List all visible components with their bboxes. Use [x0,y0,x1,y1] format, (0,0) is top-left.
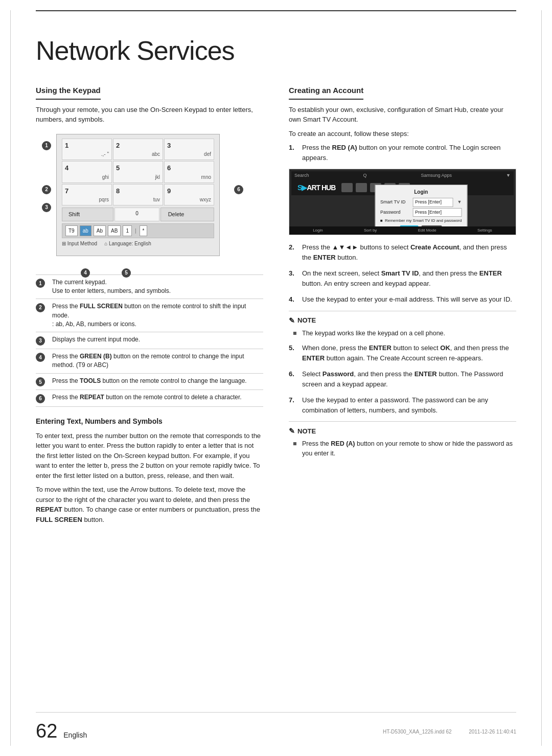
entering-heading: Entering Text, Numbers and Symbols [36,416,263,427]
step-1-text: Press the RED (A) button on your remote … [302,143,516,163]
note-1-heading: ✎ NOTE [289,315,516,326]
keypad-grid: 1 .,- " 2 abc 3 def 4 gh [62,139,214,206]
desc-callout-5: 5 [36,377,45,386]
step-3: 3. On the next screen, select Smart TV I… [289,268,516,288]
smarthub-top-bar: Search Q Samsung Apps ▼ [291,171,514,180]
page-title: Network Services [36,31,516,71]
desc-row-2: 2 Press the FULL SCREEN button on the re… [36,299,263,332]
key-8: 8 tuv [113,184,163,206]
footer-file: HT-D5300_XAA_1226.indd 62 [383,729,452,735]
left-border [10,10,11,746]
callout-5: 5 [122,268,131,278]
callout-1: 1 [42,141,51,150]
key-7: 7 pqrs [62,184,112,206]
mode-row: T9 ab Ab AB 1 | * [62,223,214,238]
desc-callout-3: 3 [36,336,45,346]
smarthub-bottom-bar: Login Sort by Edit Mode Settings [289,226,516,235]
step-4: 4. Use the keypad to enter your e-mail a… [289,294,516,305]
shift-delete-row: Shift 0 Delete [62,208,214,221]
desc-text-6: Press the REPEAT button on the remote co… [52,393,242,402]
step-7-num: 7. [289,395,298,405]
top-border [36,10,516,11]
mode-t9: T9 [65,225,78,236]
page-language: English [63,730,87,741]
login-title: Login [380,188,462,196]
mode-star: * [140,225,148,236]
smart-tv-id-row: Smart TV ID Press [Enter] ▼ [380,198,462,207]
right-column: Creating an Account To establish your ow… [289,85,516,529]
step-5-text: When done, press the ENTER button to sel… [302,343,516,363]
step-6-text: Select Password, and then press the ENTE… [302,369,516,389]
desc-callout-1: 1 [36,279,45,288]
desc-text-5: Press the TOOLS button on the remote con… [52,377,247,385]
entering-para-2: To move within the text, use the Arrow b… [36,485,263,524]
creating-intro-2: To create an account, follow these steps… [289,129,516,139]
step-2: 2. Press the ▲▼◄► buttons to select Crea… [289,242,516,262]
smarthub-screenshot: Search Q Samsung Apps ▼ S▶ART HUB Conten… [289,169,516,235]
page: Network Services Using the Keypad Throug… [0,0,552,756]
key-4: 4 ghi [62,161,112,183]
creating-account-heading: Creating an Account [289,85,363,100]
key-9: 9 wxyz [164,184,214,206]
sh-icon-1 [341,183,353,192]
step-6: 6. Select Password, and then press the E… [289,369,516,389]
desc-text-1: The current keypad.Use to enter letters,… [52,278,171,296]
right-border [541,10,542,746]
note-box-2: ✎ NOTE ■ Press the RED (A) button on you… [289,421,516,459]
step-2-text: Press the ▲▼◄► buttons to select Create … [302,242,516,262]
step-2-num: 2. [289,242,298,253]
note-box-1: ✎ NOTE ■ The keypad works like the keypa… [289,311,516,338]
desc-text-3: Displays the current input mode. [52,335,140,344]
mode-AB: AB [108,225,121,236]
shift-key: Shift [62,208,113,221]
note-2-heading: ✎ NOTE [289,426,516,437]
desc-row-5: 5 Press the TOOLS button on the remote c… [36,374,263,391]
delete-key: Delete [160,208,214,221]
footer-date: 2011-12-26 11:40:41 [469,729,516,735]
step-5: 5. When done, press the ENTER button to … [289,343,516,363]
desc-callout-2: 2 [36,303,45,312]
input-method-label: ⊞ Input Method [62,240,97,247]
step-7: 7. Use the keypad to enter a password. T… [289,395,516,415]
step-4-text: Use the keypad to enter your e-mail addr… [302,294,512,305]
step-7-text: Use the keypad to enter a password. The … [302,395,516,415]
step-3-num: 3. [289,268,298,279]
two-column-layout: Using the Keypad Through your remote, yo… [36,85,516,529]
mode-ab: ab [80,225,91,236]
key-3: 3 def [164,139,214,161]
keypad-descriptions: 1 The current keypad.Use to enter letter… [36,274,263,407]
callout-3: 3 [42,203,51,212]
smarthub-logo: S▶ART HUB [294,181,338,194]
password-row: Password Press [Enter] [380,208,462,217]
desc-callout-6: 6 [36,394,45,403]
left-column: Using the Keypad Through your remote, yo… [36,85,263,529]
key-0: 0 [114,208,159,221]
mode-Ab: Ab [94,225,106,236]
desc-text-2: Press the FULL SCREEN button on the remo… [52,302,263,329]
note-2-item: ■ Press the RED (A) button on your remot… [289,439,516,459]
using-keypad-heading: Using the Keypad [36,85,101,100]
key-2: 2 abc [113,139,163,161]
keypad-diagram: 1 2 3 6 4 5 [56,134,220,256]
keypad-box: 1 .,- " 2 abc 3 def 4 gh [56,134,220,256]
desc-row-4: 4 Press the GREEN (B) button on the remo… [36,349,263,374]
page-number: 62 [36,717,57,746]
mode-1: 1 [123,225,132,236]
callout-4: 4 [81,268,90,278]
desc-callout-4: 4 [36,353,45,362]
key-6: 6 mno [164,161,214,183]
entering-para-1: To enter text, press the number button o… [36,431,263,481]
step-1: 1. Press the RED (A) button on your remo… [289,143,516,163]
desc-text-4: Press the GREEN (B) button on the remote… [52,352,263,370]
sh-icon-2 [356,183,367,192]
desc-row-3: 3 Displays the current input mode. [36,332,263,349]
step-4-num: 4. [289,294,298,305]
remember-check: ■ Remember my Smart TV ID and password [380,218,462,224]
step-6-num: 6. [289,369,298,379]
desc-row-6: 6 Press the REPEAT button on the remote … [36,390,263,407]
creating-intro-1: To establish your own, exclusive, config… [289,105,516,125]
callout-6: 6 [234,185,243,194]
note-1-item: ■ The keypad works like the keypad on a … [289,329,516,338]
keypad-intro: Through your remote, you can use the On-… [36,105,263,125]
key-1: 1 .,- " [62,139,112,161]
